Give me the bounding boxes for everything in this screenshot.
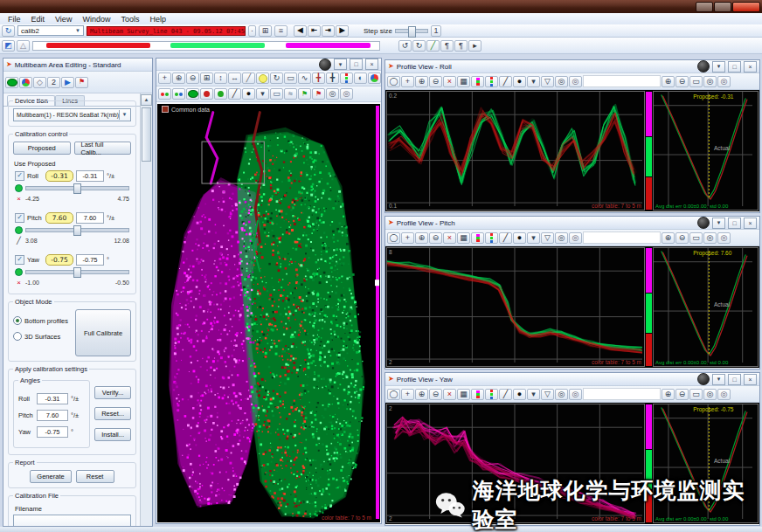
grid-icon[interactable]: ▦ — [457, 389, 470, 400]
last-ping-icon[interactable]: ⇥ — [322, 25, 335, 37]
pin-icon[interactable] — [697, 373, 710, 385]
edit-pencil-icon[interactable]: ╱ — [426, 40, 440, 52]
beam-colors-icon[interactable] — [485, 389, 498, 400]
zoom-in-icon[interactable]: ⊕ — [415, 232, 428, 244]
radio-bottom-profiles[interactable] — [13, 316, 22, 325]
line-timeline-track[interactable] — [32, 41, 380, 51]
binocular-icon[interactable]: ◎ — [703, 389, 717, 400]
scrollbar-thumb[interactable] — [142, 107, 151, 162]
checkbox-roll[interactable]: ✓ — [15, 171, 24, 181]
apply-button-reset[interactable]: Reset... — [94, 407, 131, 420]
dropdown-icon[interactable]: ▾ — [527, 232, 540, 244]
green-ellipse-icon[interactable] — [186, 88, 199, 100]
pie-icon[interactable] — [368, 73, 381, 84]
pin-right-icon[interactable]: ¶ — [454, 40, 468, 52]
scroll-up-icon[interactable]: ▲ — [141, 94, 152, 106]
binocular-icon[interactable]: ◎ — [703, 232, 717, 244]
radio-3d-surfaces[interactable] — [13, 332, 22, 341]
black-dot-icon[interactable]: ● — [513, 389, 526, 400]
grid-icon[interactable]: ▦ — [457, 232, 470, 244]
calib-slider-roll[interactable] — [25, 186, 129, 190]
swath-viewport[interactable]: Common data color table: 7 to 5 m — [157, 104, 380, 522]
select-rect-icon[interactable]: ▭ — [689, 232, 703, 244]
target-icon[interactable] — [158, 88, 171, 100]
current-value-field[interactable]: 7.60 — [76, 212, 104, 224]
step-size-slider[interactable] — [395, 29, 428, 33]
beam-colors-icon[interactable] — [485, 76, 498, 87]
slider-thumb[interactable] — [73, 225, 81, 236]
black-dot-icon[interactable]: ● — [513, 232, 526, 244]
maximize-panel-icon[interactable]: □ — [728, 374, 741, 385]
zoom-out-icon[interactable]: ⊖ — [186, 73, 199, 84]
menu-window[interactable]: Window — [77, 15, 115, 24]
error-curve-area[interactable]: Proposed: -0.31ActualAvg dist err 0.00±0… — [653, 91, 759, 211]
pan-icon[interactable]: + — [401, 76, 414, 87]
zoom-out-icon[interactable]: ⊖ — [429, 389, 442, 400]
dropdown-icon[interactable]: ▾ — [527, 389, 540, 400]
ellipse-select-icon[interactable]: ◯ — [387, 389, 400, 400]
line-segment-magenta[interactable] — [286, 43, 371, 48]
accept-dot-icon[interactable] — [214, 88, 227, 100]
filter-icon[interactable]: ▽ — [541, 76, 554, 87]
proposed-value-field[interactable]: 7.60 — [45, 212, 73, 224]
binocular-icon[interactable]: ◎ — [555, 76, 568, 87]
zoom-out-icon[interactable]: ⊖ — [675, 76, 689, 87]
pencil-icon[interactable]: ╱ — [228, 88, 241, 100]
checkbox-yaw[interactable]: ✓ — [15, 255, 24, 265]
close-panel-icon[interactable]: × — [744, 374, 757, 385]
flag-up-icon[interactable]: ⚑ — [298, 88, 311, 100]
settings-icon[interactable]: ◎ — [340, 88, 353, 100]
tide-icon[interactable]: ≈ — [284, 88, 297, 100]
apply-button-verify[interactable]: Verify... — [94, 386, 131, 399]
reject-icon[interactable]: × — [443, 232, 456, 244]
fit-horizontal-icon[interactable]: ↔ — [228, 73, 241, 84]
zoom-in-icon[interactable]: ⊕ — [662, 232, 675, 244]
cursor-icon[interactable]: ▸ — [468, 40, 481, 52]
colorbar-icon[interactable] — [471, 389, 484, 400]
compass-icon[interactable]: ▶ — [61, 77, 74, 88]
pan-icon[interactable]: + — [158, 73, 171, 84]
close-panel-icon[interactable]: × — [365, 59, 378, 70]
reject-dot-icon[interactable] — [200, 88, 213, 100]
line-segment-red[interactable] — [46, 43, 150, 48]
current-value-field[interactable]: -0.31 — [76, 170, 104, 182]
ruler-icon[interactable]: ╱ — [242, 73, 255, 84]
menu-file[interactable]: File — [3, 15, 26, 24]
zoom-in-icon[interactable]: ⊕ — [415, 76, 428, 87]
report-button-reset[interactable]: Reset — [76, 470, 114, 483]
slider-thumb[interactable] — [73, 267, 81, 278]
beam-colors-icon[interactable] — [340, 73, 353, 84]
black-dot-icon[interactable]: ● — [242, 88, 255, 100]
reject-icon[interactable]: × — [443, 389, 456, 400]
accept-reject-icon[interactable] — [172, 88, 185, 100]
profile-plot-area[interactable]: 0.20.1color table: 7 to 5 m — [386, 91, 645, 211]
palette-icon[interactable]: ◐ — [354, 73, 367, 84]
pencil-icon[interactable]: ╱ — [499, 232, 512, 244]
proposed-value-field[interactable]: -0.75 — [45, 254, 73, 266]
float-window-icon[interactable]: ▾ — [712, 61, 725, 73]
ellipse-select-icon[interactable]: ◯ — [387, 76, 400, 87]
maximize-panel-icon[interactable]: □ — [728, 218, 741, 229]
ellipse-select-icon[interactable]: ◯ — [387, 232, 400, 244]
zoom-out-icon[interactable]: ⊖ — [429, 76, 442, 87]
calib-slider-pitch[interactable] — [25, 228, 129, 232]
filter-icon[interactable]: ▽ — [541, 232, 554, 244]
zoom-out-icon[interactable]: ⊖ — [675, 389, 689, 400]
close-panel-icon[interactable]: × — [744, 61, 757, 73]
rotate-icon[interactable]: ↻ — [270, 73, 283, 84]
binocular-icon[interactable]: ◎ — [326, 88, 339, 100]
maximize-panel-icon[interactable]: □ — [728, 61, 741, 73]
checkbox-pitch[interactable]: ✓ — [15, 213, 24, 223]
next-line-icon[interactable]: ▶ — [336, 25, 349, 37]
zoom-in-icon[interactable]: ⊕ — [415, 389, 428, 400]
zoom-in-icon[interactable]: ⊕ — [172, 73, 185, 84]
slider-thumb[interactable] — [73, 183, 81, 194]
pan-icon[interactable]: + — [401, 232, 414, 244]
error-curve-area[interactable]: Proposed: 7.60ActualAvg dist err 0.00±0.… — [653, 247, 759, 367]
apply-button-install[interactable]: Install... — [94, 428, 131, 441]
position-icon[interactable]: ╋ — [312, 73, 325, 84]
dropdown-icon[interactable]: ▾ — [527, 76, 540, 87]
slider-thumb[interactable] — [408, 26, 416, 38]
menu-view[interactable]: View — [50, 15, 77, 24]
crosshair-icon[interactable]: ╋ — [326, 73, 339, 84]
